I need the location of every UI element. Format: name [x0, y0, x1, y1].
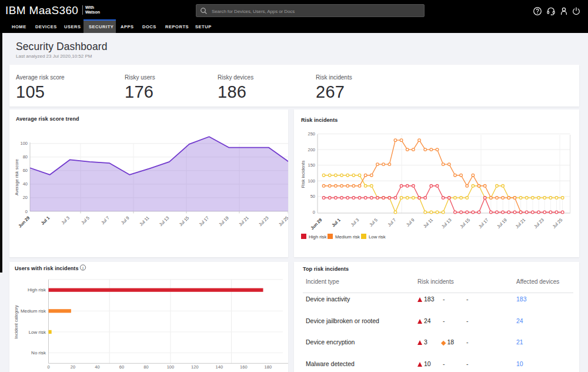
svg-text:120: 120: [191, 364, 199, 370]
svg-text:Jul 19: Jul 19: [496, 217, 508, 230]
svg-text:Jul 5: Jul 5: [368, 217, 379, 228]
svg-text:Jul 15: Jul 15: [459, 217, 471, 230]
svg-text:Jul 11: Jul 11: [138, 215, 150, 227]
svg-text:Jul 21: Jul 21: [514, 217, 527, 230]
svg-text:Jul 1: Jul 1: [330, 217, 341, 228]
svg-text:Incident category: Incident category: [14, 305, 19, 338]
svg-text:Jul 1: Jul 1: [40, 215, 51, 226]
svg-text:160: 160: [240, 364, 248, 370]
svg-text:180: 180: [265, 364, 272, 370]
svg-text:Average risk score: Average risk score: [14, 159, 19, 195]
svg-text:100: 100: [20, 141, 28, 146]
svg-text:Jul 9: Jul 9: [120, 215, 131, 226]
svg-text:Jul 17: Jul 17: [477, 217, 490, 230]
svg-text:Jul 5: Jul 5: [80, 215, 91, 226]
svg-text:Jul 3: Jul 3: [61, 215, 71, 226]
svg-text:Jul 17: Jul 17: [198, 215, 211, 228]
svg-text:Medium risk: Medium risk: [21, 308, 46, 314]
svg-text:High risk: High risk: [28, 287, 46, 293]
svg-text:Jul 7: Jul 7: [387, 217, 397, 228]
svg-text:Jul 3: Jul 3: [350, 217, 360, 228]
svg-text:Jul 13: Jul 13: [440, 217, 453, 230]
svg-text:Jun 29: Jun 29: [17, 215, 31, 229]
svg-text:0: 0: [313, 210, 315, 215]
svg-text:40: 40: [95, 364, 99, 370]
svg-text:0: 0: [25, 209, 28, 214]
svg-text:Risk incidents: Risk incidents: [300, 161, 306, 188]
svg-text:Jul 13: Jul 13: [158, 215, 171, 228]
svg-text:i: i: [82, 266, 83, 270]
svg-text:No risk: No risk: [31, 350, 46, 356]
svg-text:0: 0: [47, 364, 49, 370]
svg-text:High risk: High risk: [309, 234, 326, 240]
svg-text:Jul 9: Jul 9: [405, 217, 416, 228]
svg-text:Jul 19: Jul 19: [218, 215, 230, 228]
svg-text:100: 100: [308, 178, 315, 184]
svg-text:Jul 21: Jul 21: [238, 215, 250, 228]
svg-text:60: 60: [23, 168, 28, 173]
svg-text:Jul 25: Jul 25: [278, 215, 288, 228]
svg-text:60: 60: [119, 364, 124, 370]
svg-text:150: 150: [308, 162, 315, 168]
svg-text:40: 40: [23, 181, 28, 187]
svg-text:Jul 23: Jul 23: [258, 215, 270, 228]
svg-text:Jul 23: Jul 23: [533, 217, 545, 230]
svg-text:Medium risk: Medium risk: [335, 234, 360, 240]
svg-text:Low risk: Low risk: [29, 330, 46, 335]
svg-text:100: 100: [167, 364, 175, 370]
svg-text:80: 80: [143, 364, 148, 370]
svg-text:80: 80: [23, 154, 28, 160]
svg-text:Jul 11: Jul 11: [422, 217, 434, 229]
svg-text:250: 250: [308, 131, 315, 137]
svg-text:20: 20: [23, 195, 28, 200]
svg-text:20: 20: [71, 364, 75, 370]
svg-text:Jul 25: Jul 25: [552, 217, 564, 230]
svg-text:200: 200: [308, 147, 315, 152]
svg-text:Low risk: Low risk: [369, 234, 386, 240]
svg-text:50: 50: [310, 194, 315, 199]
svg-text:140: 140: [216, 364, 223, 370]
svg-text:Jun 29: Jun 29: [309, 217, 323, 231]
svg-text:Jul 15: Jul 15: [178, 215, 191, 228]
svg-text:Jul 7: Jul 7: [100, 215, 111, 226]
